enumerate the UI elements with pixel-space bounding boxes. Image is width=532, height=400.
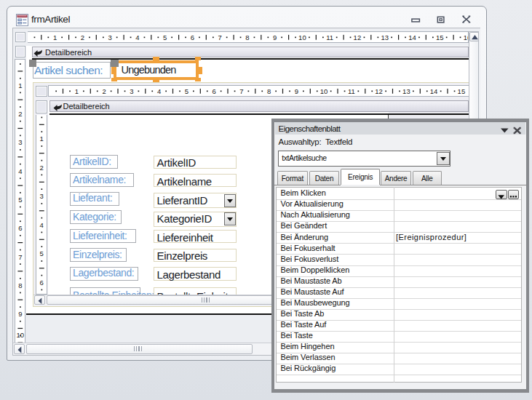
svg-text:15: 15 — [436, 33, 444, 41]
svg-text:14: 14 — [430, 87, 438, 95]
svg-text:10: 10 — [320, 87, 328, 95]
svg-text:1: 1 — [39, 135, 43, 143]
svg-text:2: 2 — [18, 110, 22, 118]
svg-text:7: 7 — [18, 252, 22, 260]
svg-text:6: 6 — [191, 33, 194, 41]
svg-text:1: 1 — [53, 33, 57, 41]
svg-text:12: 12 — [375, 87, 383, 95]
svg-text:6: 6 — [212, 87, 215, 95]
svg-text:10: 10 — [298, 33, 306, 41]
svg-text:15: 15 — [457, 87, 465, 95]
svg-text:11: 11 — [348, 87, 355, 95]
svg-text:8: 8 — [18, 281, 22, 289]
svg-text:5: 5 — [163, 33, 167, 41]
svg-text:14: 14 — [409, 33, 417, 41]
svg-text:1: 1 — [18, 81, 22, 89]
svg-text:9: 9 — [295, 87, 298, 95]
svg-text:13: 13 — [402, 87, 410, 95]
svg-text:4: 4 — [157, 87, 161, 95]
svg-text:1: 1 — [75, 87, 79, 95]
svg-text:2: 2 — [102, 87, 106, 95]
svg-text:12: 12 — [354, 33, 362, 41]
svg-text:11: 11 — [327, 33, 334, 41]
svg-text:4: 4 — [39, 221, 43, 229]
svg-text:4: 4 — [136, 33, 140, 41]
svg-text:16: 16 — [464, 33, 468, 41]
svg-text:8: 8 — [246, 33, 250, 41]
svg-text:5: 5 — [39, 249, 43, 257]
svg-text:5: 5 — [18, 195, 22, 203]
svg-text:3: 3 — [18, 138, 22, 146]
svg-text:3: 3 — [130, 87, 133, 95]
svg-text:9: 9 — [18, 310, 22, 318]
svg-text:2: 2 — [81, 33, 84, 41]
svg-text:5: 5 — [185, 87, 188, 95]
svg-text:8: 8 — [267, 87, 271, 95]
svg-text:2: 2 — [39, 164, 43, 172]
svg-text:6: 6 — [18, 224, 22, 232]
svg-text:3: 3 — [39, 192, 43, 200]
svg-text:6: 6 — [39, 279, 43, 287]
svg-text:10: 10 — [16, 331, 24, 339]
svg-text:7: 7 — [239, 87, 243, 95]
svg-text:13: 13 — [381, 33, 389, 41]
svg-text:9: 9 — [273, 33, 277, 41]
svg-text:3: 3 — [108, 33, 112, 41]
svg-text:7: 7 — [218, 33, 222, 41]
svg-text:4: 4 — [18, 167, 22, 175]
